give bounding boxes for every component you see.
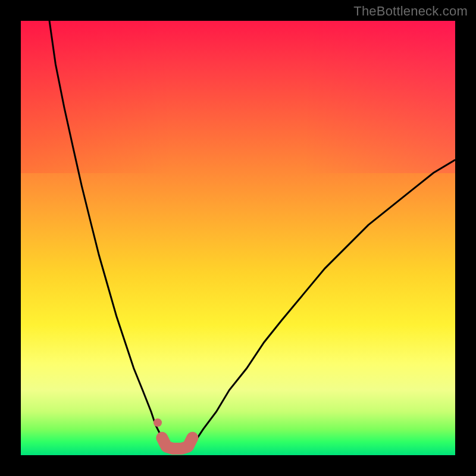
chart-frame: TheBottleneck.com <box>0 0 476 476</box>
curve-layer <box>21 21 455 455</box>
curve-left-branch <box>47 21 164 442</box>
valley-dot <box>154 418 162 427</box>
plot-area <box>21 21 455 455</box>
watermark-text: TheBottleneck.com <box>353 4 468 19</box>
valley-marker <box>162 438 192 449</box>
curve-right-branch <box>195 160 455 442</box>
